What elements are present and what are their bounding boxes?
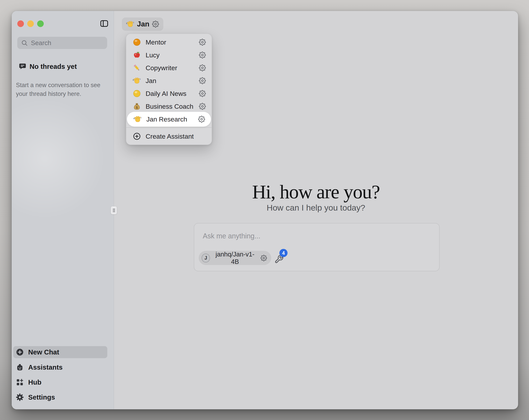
menu-item-lucy[interactable]: Lucy xyxy=(126,49,212,61)
search-icon xyxy=(21,40,28,46)
greeting-subtitle: How can I help you today? xyxy=(114,203,518,213)
menu-item-label: Jan xyxy=(145,77,156,85)
model-settings-gear-icon[interactable] xyxy=(261,255,267,261)
menu-item-copywriter[interactable]: Copywriter xyxy=(126,61,212,74)
sidebar-panel-icon xyxy=(100,19,109,28)
assistant-menu: Mentor Lucy Copywriter Jan xyxy=(126,34,212,145)
empty-state-title-row: No threads yet xyxy=(19,63,77,70)
menu-item-business-coach[interactable]: Business Coach xyxy=(126,100,212,113)
bot-icon xyxy=(16,363,24,371)
wave-emoji-icon xyxy=(126,20,134,28)
yellow-circle-emoji-icon xyxy=(133,89,141,98)
nav-label: Settings xyxy=(28,393,55,401)
main-area: Jan Mentor Lucy Copywriter xyxy=(114,11,518,409)
gear-icon[interactable] xyxy=(152,21,159,27)
tools-count-badge: 4 xyxy=(279,249,288,257)
menu-item-create-assistant[interactable]: Create Assistant xyxy=(126,130,212,143)
app-window: Search No threads yet Start a new conver… xyxy=(12,11,518,409)
composer-card[interactable]: Ask me anything... J janhq/Jan-v1-4B 4 xyxy=(194,223,440,271)
chat-bubble-icon xyxy=(19,63,26,70)
model-avatar: J xyxy=(202,254,210,262)
menu-item-label: Jan Research xyxy=(146,116,187,123)
sidebar-item-settings[interactable]: Settings xyxy=(13,391,107,403)
gear-filled-icon xyxy=(16,393,24,401)
pencil-emoji-icon xyxy=(133,64,141,72)
plus-circle-icon xyxy=(16,348,24,356)
menu-item-daily-ai-news[interactable]: Daily AI News xyxy=(126,87,212,100)
grid-plus-icon xyxy=(16,378,24,386)
menu-item-mentor[interactable]: Mentor xyxy=(126,36,212,49)
model-selector-button[interactable]: J janhq/Jan-v1-4B xyxy=(199,251,271,265)
sidebar-item-hub[interactable]: Hub xyxy=(13,376,107,388)
nav-label: New Chat xyxy=(28,348,59,356)
sidebar-resize-handle[interactable] xyxy=(111,206,117,215)
sidebar: Search No threads yet Start a new conver… xyxy=(12,11,114,409)
empty-state-description: Start a new conversation to see your thr… xyxy=(16,81,106,98)
gear-icon[interactable] xyxy=(199,52,206,58)
menu-item-label: Business Coach xyxy=(145,103,193,110)
menu-item-jan[interactable]: Jan xyxy=(126,74,212,87)
gear-icon[interactable] xyxy=(199,39,206,46)
model-name: janhq/Jan-v1-4B xyxy=(213,251,257,265)
traffic-zoom-button[interactable] xyxy=(37,20,44,27)
menu-item-jan-research[interactable]: Jan Research xyxy=(127,112,211,127)
assistant-switcher-button[interactable]: Jan xyxy=(122,17,163,31)
traffic-close-button[interactable] xyxy=(17,20,24,27)
nav-label: Assistants xyxy=(28,363,63,371)
money-bag-emoji-icon xyxy=(133,102,141,110)
menu-item-label: Copywriter xyxy=(145,64,177,72)
sidebar-item-new-chat[interactable]: New Chat xyxy=(13,346,107,358)
wave-emoji-icon xyxy=(133,77,141,85)
gear-icon[interactable] xyxy=(199,103,206,110)
search-input[interactable]: Search xyxy=(17,37,107,49)
assistant-switcher-label: Jan xyxy=(137,20,149,28)
sidebar-item-assistants[interactable]: Assistants xyxy=(13,361,107,373)
menu-item-label: Mentor xyxy=(145,39,166,46)
gear-icon[interactable] xyxy=(199,77,206,84)
desktop-background: Search No threads yet Start a new conver… xyxy=(0,0,529,420)
sidebar-toggle-button[interactable] xyxy=(100,19,109,28)
menu-item-label: Daily AI News xyxy=(145,90,186,97)
drag-dots-icon xyxy=(112,208,116,213)
search-placeholder: Search xyxy=(31,39,51,47)
plus-circle-outline-icon xyxy=(133,132,141,140)
gear-icon[interactable] xyxy=(198,116,205,123)
nav-label: Hub xyxy=(28,378,41,386)
orange-circle-emoji-icon xyxy=(133,38,141,46)
menu-item-label: Create Assistant xyxy=(145,133,194,140)
composer-placeholder: Ask me anything... xyxy=(203,232,260,240)
greeting-title: Hi, how are you? xyxy=(114,181,518,203)
traffic-minimize-button[interactable] xyxy=(27,20,34,27)
gear-icon[interactable] xyxy=(199,90,206,97)
gear-icon[interactable] xyxy=(199,64,206,71)
wave-emoji-icon xyxy=(133,115,142,123)
apple-emoji-icon xyxy=(133,51,141,59)
menu-divider xyxy=(126,127,212,128)
empty-state-title: No threads yet xyxy=(29,63,77,70)
menu-item-label: Lucy xyxy=(145,51,160,59)
